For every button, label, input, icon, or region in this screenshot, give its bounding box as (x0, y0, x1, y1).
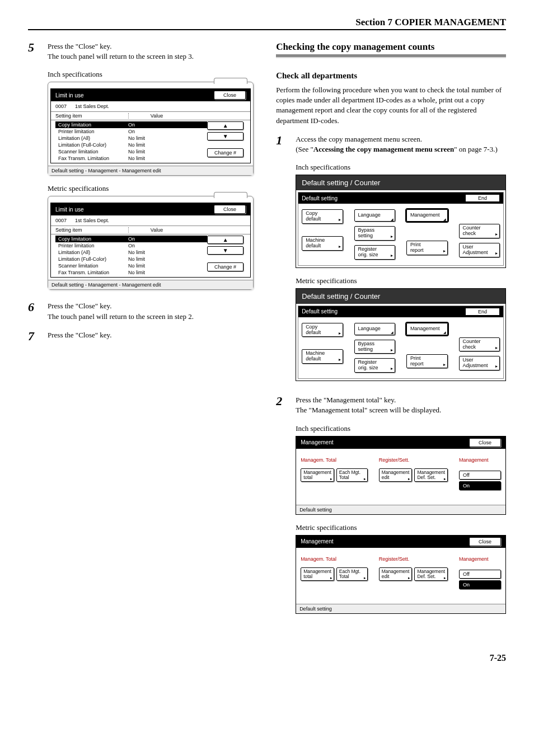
row-item: Fax Transm. Limitation (55, 156, 128, 161)
machine-default-button[interactable]: Machine default (302, 236, 343, 251)
table-row[interactable]: Printer limitationOn (55, 242, 207, 249)
row-value: No limit (128, 270, 162, 275)
step-number: 6 (28, 301, 39, 313)
off-button[interactable]: Off (459, 471, 501, 480)
group-label: Register/Sett. (379, 457, 448, 463)
table-row[interactable]: Fax Transm. LimitationNo limit (55, 269, 207, 276)
group-label: Management (459, 556, 501, 562)
each-mgt-total-button[interactable]: Each Mgt. Total (336, 567, 368, 581)
up-arrow-button[interactable]: ▲ (207, 121, 243, 130)
row-item: Scanner limitation (55, 263, 128, 269)
inch-spec-label: Inch specifications (296, 163, 506, 172)
print-report-button[interactable]: Print report (406, 354, 447, 369)
ss-header: Default setting / Counter (296, 289, 505, 304)
col-setting-item: Setting item (55, 227, 123, 233)
tab-label: Default setting (302, 308, 338, 314)
ss-title-text: Management (301, 538, 333, 544)
table-row[interactable]: Limitation (Full-Color)No limit (55, 142, 207, 148)
end-button[interactable]: End (465, 194, 500, 202)
row-value: On (128, 122, 162, 128)
ss-title-text: Limit in use (55, 206, 84, 213)
management-edit-button[interactable]: Management edit (379, 468, 413, 482)
table-row[interactable]: Copy limitationOn (55, 236, 207, 242)
copy-default-button[interactable]: Copy default (302, 323, 343, 337)
management-screenshot-inch: Management Close Managem. Total Manageme… (296, 436, 506, 515)
step6-line2: The touch panel will return to the scree… (48, 312, 194, 321)
on-button[interactable]: On (459, 481, 501, 490)
dept-name: 1st Sales Dept. (75, 218, 109, 223)
off-button[interactable]: Off (459, 570, 501, 579)
change-number-button[interactable]: Change # (207, 262, 243, 271)
limit-screenshot-metric: Limit in use Close 0007 1st Sales Dept. … (48, 196, 254, 290)
step-7: 7 Press the "Close" key. (28, 330, 254, 342)
close-button[interactable]: Close (469, 438, 501, 447)
up-arrow-button[interactable]: ▲ (207, 236, 243, 244)
user-adjustment-button[interactable]: User Adjustment (459, 243, 500, 257)
table-row[interactable]: Limitation (All)No limit (55, 135, 207, 142)
management-edit-button[interactable]: Management edit (379, 567, 413, 581)
down-arrow-button[interactable]: ▼ (207, 132, 243, 140)
row-value: No limit (128, 256, 162, 262)
step-number: 7 (28, 330, 39, 342)
step-2: 2 Press the "Management total" key. The … (276, 395, 506, 415)
on-button[interactable]: On (459, 580, 501, 589)
end-button[interactable]: End (465, 308, 500, 316)
bypass-setting-button[interactable]: Bypass setting (354, 340, 395, 354)
change-number-button[interactable]: Change # (207, 148, 243, 157)
register-orig-size-button[interactable]: Register orig. size (354, 245, 395, 260)
step2-line1: Press the "Management total" key. (296, 396, 396, 404)
step-text: Press the "Close" key. The touch panel w… (48, 301, 254, 321)
management-button[interactable]: Management (406, 209, 447, 222)
row-item: Limitation (Full-Color) (55, 142, 128, 148)
breadcrumb: Default setting - Management - Managemen… (48, 166, 253, 175)
subsection-title: Check all departments (276, 71, 506, 81)
machine-default-button[interactable]: Machine default (302, 349, 343, 364)
section-header: Section 7 COPIER MANAGEMENT (28, 17, 506, 30)
table-row[interactable]: Fax Transm. LimitationNo limit (55, 155, 207, 162)
register-orig-size-button[interactable]: Register orig. size (354, 358, 395, 373)
copy-default-button[interactable]: Copy default (302, 209, 343, 224)
dept-code: 0007 (55, 218, 67, 223)
user-adjustment-button[interactable]: User Adjustment (459, 356, 500, 370)
bypass-setting-button[interactable]: Bypass setting (354, 226, 395, 241)
row-item: Copy limitation (55, 236, 128, 242)
counter-check-button[interactable]: Counter check (459, 224, 500, 238)
table-row[interactable]: Limitation (Full-Color)No limit (55, 256, 207, 262)
row-value: No limit (128, 149, 162, 154)
row-value: No limit (128, 263, 162, 269)
table-row[interactable]: Copy limitationOn (55, 121, 207, 128)
print-report-button[interactable]: Print report (406, 241, 447, 255)
step6-line1: Press the "Close" key. (48, 302, 111, 310)
dept-code: 0007 (55, 104, 67, 109)
step7-line1: Press the "Close" key. (48, 331, 111, 339)
tab-label: Default setting (302, 195, 338, 201)
language-button[interactable]: Language (354, 209, 395, 222)
default-setting-screenshot-inch: Default setting / Counter Default settin… (296, 175, 506, 268)
breadcrumb: Default setting (296, 604, 505, 613)
management-def-set-button[interactable]: Management Def. Set. (414, 468, 448, 482)
each-mgt-total-button[interactable]: Each Mgt. Total (336, 468, 368, 482)
close-button[interactable]: Close (469, 537, 501, 546)
down-arrow-button[interactable]: ▼ (207, 246, 243, 255)
counter-check-button[interactable]: Counter check (459, 337, 500, 352)
col-value: Value (128, 113, 179, 119)
management-button[interactable]: Management (406, 323, 447, 335)
close-button[interactable]: Close (214, 91, 246, 100)
table-row[interactable]: Printer limitationOn (55, 128, 207, 135)
breadcrumb: Default setting - Management - Managemen… (48, 280, 253, 289)
table-row[interactable]: Limitation (All)No limit (55, 249, 207, 256)
management-def-set-button[interactable]: Management Def. Set. (414, 567, 448, 581)
section-title: Checking the copy management counts (276, 41, 506, 57)
step-6: 6 Press the "Close" key. The touch panel… (28, 301, 254, 321)
management-total-button[interactable]: Management total (301, 567, 334, 581)
right-column: Checking the copy management counts Chec… (276, 41, 506, 619)
step2-line2: The "Management total" screen will be di… (296, 406, 441, 414)
step-number: 2 (276, 395, 287, 407)
table-row[interactable]: Scanner limitationNo limit (55, 148, 207, 155)
language-button[interactable]: Language (354, 323, 395, 335)
management-total-button[interactable]: Management total (301, 468, 334, 482)
step5-line1: Press the "Close" key. (48, 42, 111, 50)
close-button[interactable]: Close (214, 205, 246, 214)
row-item: Fax Transm. Limitation (55, 270, 128, 275)
table-row[interactable]: Scanner limitationNo limit (55, 262, 207, 269)
